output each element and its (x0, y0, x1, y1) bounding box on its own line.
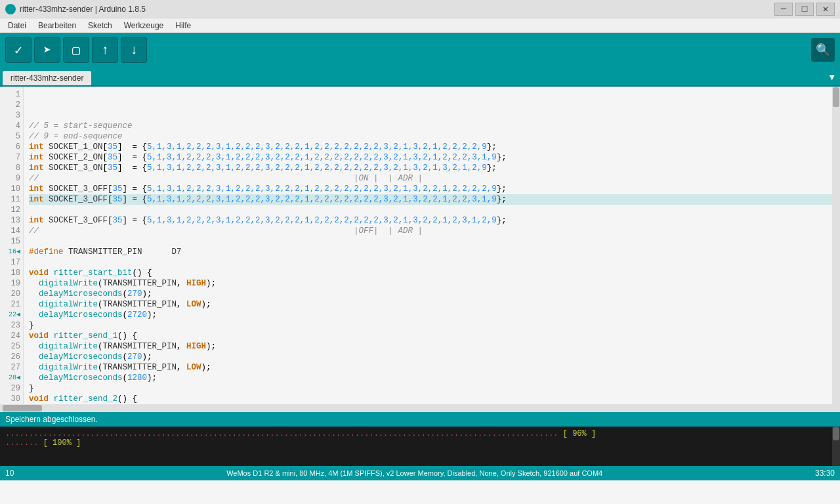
close-button[interactable]: ✕ (816, 3, 835, 16)
vertical-scrollbar[interactable] (832, 87, 840, 404)
console-scrollbar[interactable] (832, 427, 840, 466)
code-line-16: void ritter_start_bit() { (29, 268, 152, 278)
code-line-25: digitalWrite(TRANSMITTER_PIN, LOW); (29, 363, 211, 372)
code-line-5: int SOCKET_1_ON[35] = {5,1,3,1,2,2,2,3,1… (29, 142, 497, 152)
window-controls: ─ □ ✕ (774, 3, 835, 16)
line-num-1: 1 (0, 89, 23, 100)
maximize-button[interactable]: □ (795, 3, 814, 16)
console-progress-1: [ 96% ] (563, 429, 596, 438)
menu-bearbeiten[interactable]: Bearbeiten (33, 20, 81, 32)
search-button[interactable]: 🔍 (811, 38, 835, 62)
code-line-7: int SOCKET_3_ON[35] = {5,1,3,1,2,2,2,3,1… (29, 163, 497, 173)
titlebar: ritter-433mhz-sender | Arduino 1.8.5 ─ □… (0, 0, 840, 18)
scrollbar-thumb-v[interactable] (833, 87, 839, 107)
line-num-29: 29 (0, 383, 23, 394)
hscrollbar-track (3, 405, 837, 411)
console-scrollbar-thumb[interactable] (833, 427, 839, 440)
window-title: ritter-433mhz-sender | Arduino 1.8.5 (20, 5, 146, 14)
line-num-27: 27 (0, 362, 23, 373)
line-num-23: 23 (0, 320, 23, 331)
line-num-17: 17 (0, 257, 23, 268)
code-line-20: delayMicroseconds(2720); (29, 310, 157, 320)
code-line-21: } (29, 321, 34, 330)
line-num-14: 14 (0, 226, 23, 236)
menu-sketch[interactable]: Sketch (83, 20, 117, 32)
code-line-10: int SOCKET_3_OFF[35] = {5,1,3,1,2,2,2,3,… (29, 194, 837, 205)
open-button[interactable]: ↑ (92, 37, 118, 63)
horizontal-scrollbar[interactable] (0, 404, 840, 412)
tab-ritter[interactable]: ritter-433mhz-sender (3, 71, 91, 85)
code-line-23: digitalWrite(TRANSMITTER_PIN, HIGH); (29, 342, 216, 351)
code-line-27: } (29, 384, 34, 393)
line-indicator: 10 (5, 469, 14, 478)
new-button[interactable]: ▢ (63, 37, 89, 63)
line-num-4: 4 (0, 121, 23, 131)
hscrollbar-thumb[interactable] (3, 405, 42, 411)
verify-button[interactable]: ✓ (5, 37, 32, 63)
code-line-4: // 9 = end-sequence (29, 132, 123, 141)
code-line-26: delayMicroseconds(1280); (29, 373, 157, 383)
minimize-button[interactable]: ─ (774, 3, 793, 16)
line-num-28: 28◀ (0, 373, 23, 383)
menubar: Datei Bearbeiten Sketch Werkzeuge Hilfe (0, 18, 840, 33)
line-num-9: 9 (0, 173, 23, 184)
line-num-20: 20 (0, 289, 23, 299)
console-panel: ........................................… (0, 427, 840, 466)
console-line-2: ....... [ 100% ] (5, 438, 835, 448)
code-editor[interactable]: // 5 = start-sequence // 9 = end-sequenc… (24, 87, 840, 404)
line-num-22: 22◀ (0, 310, 23, 320)
menu-werkzeuge[interactable]: Werkzeuge (119, 20, 169, 32)
status-message: Speichern abgeschlossen. (5, 415, 835, 424)
line-num-25: 25 (0, 341, 23, 352)
code-line-8: // |ON | | ADR | (29, 174, 423, 183)
line-num-15: 15 (0, 236, 23, 247)
code-line-3: // 5 = start-sequence (29, 121, 133, 131)
code-line-22: void ritter_send_1() { (29, 331, 137, 341)
line-num-8: 8 (0, 163, 23, 173)
menu-datei[interactable]: Datei (3, 20, 32, 32)
code-line-6: int SOCKET_2_ON[35] = {5,1,3,1,2,2,2,3,1… (29, 153, 507, 162)
menu-hilfe[interactable]: Hilfe (170, 20, 196, 32)
tabbar: ritter-433mhz-sender ▼ (0, 67, 840, 87)
code-line-14: #define TRANSMITTER_PIN D7 (29, 247, 182, 257)
line-num-2: 2 (0, 100, 23, 110)
code-line-24: delayMicroseconds(270); (29, 352, 152, 362)
line-num-13: 13 (0, 215, 23, 226)
line-num-21: 21 (0, 299, 23, 310)
code-line-17: digitalWrite(TRANSMITTER_PIN, HIGH); (29, 279, 216, 288)
console-progress-2: [ 100% ] (43, 438, 81, 448)
bottom-statusbar: 10 WeMos D1 R2 & mini, 80 MHz, 4M (1M SP… (0, 466, 840, 480)
line-num-30: 30 (0, 394, 23, 404)
line-num-3: 3 (0, 110, 23, 121)
code-line-18: delayMicroseconds(270); (29, 289, 152, 299)
line-num-6: 6 (0, 142, 23, 152)
titlebar-left: ritter-433mhz-sender | Arduino 1.8.5 (5, 4, 146, 14)
upload-button[interactable]: ➤ (34, 37, 60, 63)
line-num-7: 7 (0, 152, 23, 163)
code-line-9: int SOCKET_3_OFF[35] = {5,1,3,1,2,2,2,3,… (29, 184, 507, 194)
line-num-11: 11 (0, 194, 23, 205)
line-num-18: 18 (0, 268, 23, 278)
line-num-24: 24 (0, 331, 23, 341)
tab-label: ritter-433mhz-sender (10, 74, 83, 83)
line-num-19: 19 (0, 278, 23, 289)
board-info: WeMos D1 R2 & mini, 80 MHz, 4M (1M SPIFF… (226, 469, 602, 477)
console-line-1: ........................................… (5, 429, 835, 438)
code-line-11: int SOCKET_3_OFF[35] = {5,1,3,1,2,2,2,3,… (29, 216, 507, 225)
line-num-16: 16◀ (0, 247, 23, 257)
code-line-28: void ritter_send_2() { (29, 394, 137, 404)
editor-wrapper: 1 2 3 4 5 6 7 8 9 10 11 12 13 14 15 16◀ … (0, 87, 840, 404)
col-indicator: 33:30 (815, 469, 835, 478)
tab-dropdown[interactable]: ▼ (827, 70, 837, 85)
line-num-26: 26 (0, 352, 23, 362)
line-num-12: 12 (0, 205, 23, 215)
line-numbers: 1 2 3 4 5 6 7 8 9 10 11 12 13 14 15 16◀ … (0, 87, 24, 404)
console-dots-2: ....... (5, 438, 38, 448)
save-button[interactable]: ↓ (121, 37, 147, 63)
console-dots-1: ........................................… (5, 429, 558, 438)
line-num-10: 10 (0, 184, 23, 194)
arduino-logo (5, 4, 16, 14)
toolbar: ✓ ➤ ▢ ↑ ↓ 🔍 (0, 33, 840, 67)
code-line-19: digitalWrite(TRANSMITTER_PIN, LOW); (29, 300, 211, 309)
statusbar: Speichern abgeschlossen. (0, 412, 840, 427)
